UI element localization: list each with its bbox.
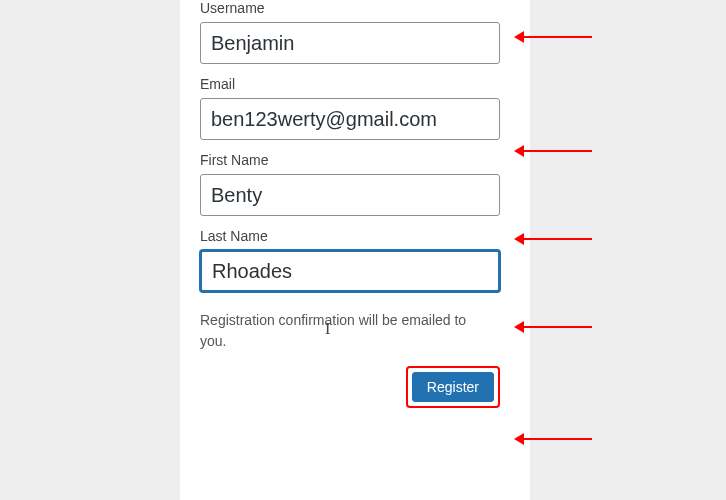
annotation-arrow-icon	[522, 150, 592, 152]
last-name-input[interactable]	[200, 250, 500, 292]
email-field-group: Email	[200, 76, 510, 140]
register-row: Register	[200, 366, 500, 408]
annotation-arrow-icon	[522, 438, 592, 440]
annotation-arrow-icon	[522, 36, 592, 38]
register-highlight-box: Register	[406, 366, 500, 408]
first-name-input[interactable]	[200, 174, 500, 216]
username-field-group: Username	[200, 0, 510, 64]
annotation-arrow-icon	[522, 238, 592, 240]
email-label: Email	[200, 76, 510, 92]
username-input[interactable]	[200, 22, 500, 64]
last-name-label: Last Name	[200, 228, 510, 244]
email-input[interactable]	[200, 98, 500, 140]
register-button[interactable]: Register	[412, 372, 494, 402]
annotation-arrow-icon	[522, 326, 592, 328]
confirmation-text: Registration confirmation will be emaile…	[200, 310, 490, 352]
first-name-field-group: First Name	[200, 152, 510, 216]
registration-form: Username Email First Name Last Name Regi…	[180, 0, 530, 500]
last-name-field-group: Last Name	[200, 228, 510, 292]
text-cursor-icon: I	[325, 320, 330, 338]
first-name-label: First Name	[200, 152, 510, 168]
username-label: Username	[200, 0, 510, 16]
